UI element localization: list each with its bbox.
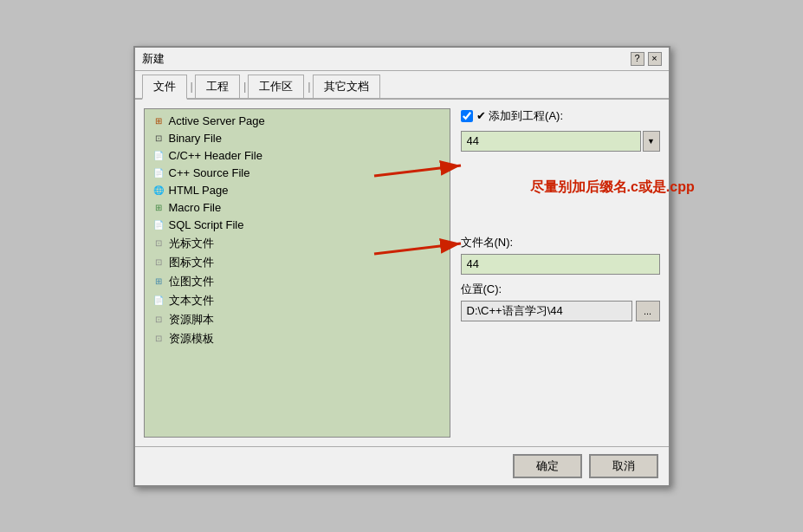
- list-item[interactable]: ⊞ 位图文件: [145, 272, 450, 291]
- resource-script-icon: ⊡: [152, 313, 165, 327]
- right-panel: ✔ 添加到工程(A): ▼: [461, 108, 660, 438]
- location-section: 位置(C): ...: [461, 282, 660, 321]
- header-icon: 📄: [152, 149, 165, 163]
- tab-sep-3: |: [306, 76, 312, 98]
- list-item[interactable]: ⊞ Active Server Page: [145, 113, 450, 130]
- ok-button[interactable]: 确定: [513, 454, 582, 478]
- asp-icon: ⊞: [152, 114, 165, 128]
- project-dropdown[interactable]: [461, 131, 641, 152]
- list-item[interactable]: ⊡ 光标文件: [145, 234, 450, 253]
- filename-label: 文件名(N):: [461, 235, 660, 250]
- file-type-list: ⊞ Active Server Page ⊡ Binary File 📄 C/C…: [144, 108, 450, 438]
- bitmap-icon: ⊞: [152, 275, 165, 289]
- tab-workspace[interactable]: 工作区: [248, 75, 304, 98]
- close-button[interactable]: ×: [648, 52, 662, 66]
- location-label: 位置(C):: [461, 282, 660, 297]
- list-item[interactable]: ⊡ Binary File: [145, 130, 450, 147]
- filename-section: 文件名(N):: [461, 235, 660, 275]
- title-bar: 新建 ? ×: [135, 48, 669, 71]
- title-bar-controls: ? ×: [631, 52, 662, 66]
- list-item[interactable]: 📄 文本文件: [145, 291, 450, 310]
- tab-sep-2: |: [242, 76, 248, 98]
- binary-icon: ⊡: [152, 132, 165, 146]
- list-item[interactable]: ⊡ 资源脚本: [145, 310, 450, 329]
- browse-button[interactable]: ...: [636, 301, 660, 321]
- tab-sep-1: |: [189, 76, 195, 98]
- icon-icon: ⊡: [152, 256, 165, 269]
- macro-icon: ⊞: [152, 201, 165, 215]
- help-button[interactable]: ?: [631, 52, 644, 66]
- annotation-text: 尽量别加后缀名.c或是.cpp: [530, 178, 712, 197]
- resource-template-icon: ⊡: [152, 332, 165, 346]
- tab-file[interactable]: 文件: [142, 75, 187, 100]
- dialog-title: 新建: [142, 51, 165, 67]
- project-dropdown-btn[interactable]: ▼: [643, 131, 660, 152]
- cpp-icon: 📄: [152, 166, 165, 180]
- html-icon: 🌐: [152, 184, 165, 198]
- cursor-icon: ⊡: [152, 237, 165, 250]
- cancel-button[interactable]: 取消: [589, 454, 658, 478]
- list-item[interactable]: 📄 C++ Source File: [145, 165, 450, 182]
- tab-project[interactable]: 工程: [195, 75, 240, 98]
- location-row: ...: [461, 301, 660, 321]
- list-item[interactable]: ⊡ 图标文件: [145, 253, 450, 272]
- add-to-project-checkbox[interactable]: [461, 110, 473, 122]
- list-item[interactable]: 📄 C/C++ Header File: [145, 147, 450, 165]
- filename-input[interactable]: [461, 254, 660, 275]
- tab-other[interactable]: 其它文档: [313, 75, 380, 98]
- dialog-body: ⊞ Active Server Page ⊡ Binary File 📄 C/C…: [135, 100, 669, 446]
- location-input[interactable]: [461, 301, 632, 321]
- new-file-dialog: 新建 ? × 文件 | 工程 | 工作区 | 其它文档 ⊞ Active Ser…: [133, 46, 670, 487]
- list-item[interactable]: 🌐 HTML Page: [145, 182, 450, 199]
- list-item[interactable]: ⊞ Macro File: [145, 199, 450, 217]
- bottom-bar: 确定 取消: [135, 446, 669, 485]
- project-dropdown-container: ▼: [461, 131, 660, 152]
- text-icon: 📄: [152, 294, 165, 308]
- add-to-project-label: ✔ 添加到工程(A):: [476, 108, 564, 124]
- list-item[interactable]: ⊡ 资源模板: [145, 329, 450, 348]
- add-to-project-row: ✔ 添加到工程(A):: [461, 108, 660, 124]
- sql-icon: 📄: [152, 218, 165, 232]
- tab-bar: 文件 | 工程 | 工作区 | 其它文档: [135, 71, 669, 100]
- list-item[interactable]: 📄 SQL Script File: [145, 217, 450, 234]
